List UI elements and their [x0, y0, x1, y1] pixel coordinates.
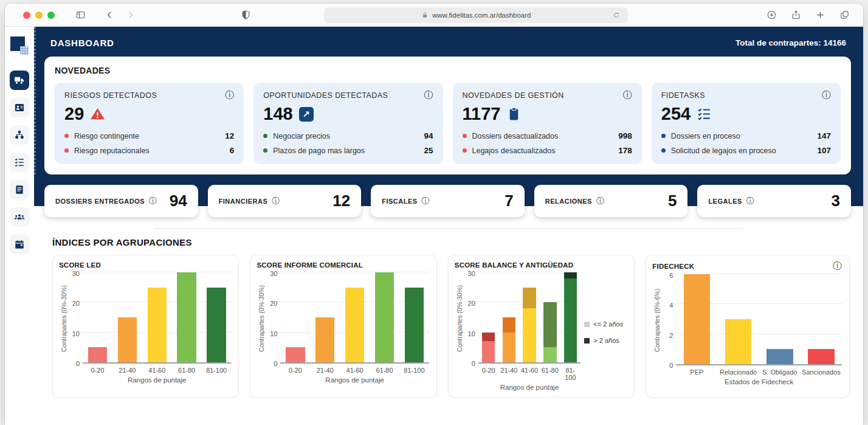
users-icon: [14, 212, 25, 223]
bar[interactable]: [405, 288, 424, 362]
info-icon[interactable]: ⓘ: [623, 91, 632, 100]
bar-slot[interactable]: [499, 274, 520, 362]
bar[interactable]: [148, 288, 167, 362]
legend-swatch-icon: [584, 322, 590, 327]
minimize-window-button[interactable]: [35, 12, 43, 19]
bar-slot[interactable]: [142, 274, 172, 362]
bar[interactable]: [503, 317, 516, 362]
y-tick-label: 30: [270, 270, 277, 277]
chart-card: SCORE LEDContrapartes (0%-30%)01020300-2…: [52, 255, 239, 398]
card-list-item: Riesgo reputacionales6: [64, 146, 234, 155]
bar-slot[interactable]: [202, 274, 232, 362]
bar[interactable]: [345, 288, 364, 362]
reload-icon[interactable]: [613, 10, 622, 20]
info-icon[interactable]: ⓘ: [422, 197, 430, 205]
bar[interactable]: [207, 288, 226, 362]
sidebar-item-documents[interactable]: [10, 180, 29, 199]
sidebar-toggle-icon[interactable]: [73, 8, 88, 22]
info-icon[interactable]: ⓘ: [272, 197, 280, 205]
bar[interactable]: [808, 349, 835, 364]
back-icon[interactable]: [102, 8, 117, 22]
bar[interactable]: [482, 333, 495, 362]
downloads-icon[interactable]: [765, 8, 779, 22]
tab-overview-icon[interactable]: [838, 8, 852, 22]
sidebar-item-contacts[interactable]: [10, 98, 29, 117]
bar[interactable]: [725, 319, 752, 364]
bar-slot[interactable]: [399, 274, 429, 362]
bar-slot[interactable]: [83, 274, 112, 362]
bar-slot[interactable]: [519, 274, 540, 362]
info-icon[interactable]: ⓘ: [424, 91, 433, 100]
bar-slot[interactable]: [478, 274, 499, 362]
y-tick-label: 2: [669, 332, 673, 339]
bar-slot[interactable]: [340, 274, 370, 362]
bar[interactable]: [564, 272, 577, 362]
sidebar-item-groups[interactable]: [10, 207, 29, 227]
bar-slot[interactable]: [801, 275, 842, 364]
bar[interactable]: [118, 317, 137, 362]
card-value: 254: [661, 104, 691, 124]
item-value: 147: [817, 131, 831, 140]
info-icon[interactable]: ⓘ: [746, 197, 754, 205]
sidebar-item-tasks[interactable]: [10, 153, 29, 172]
bar-slot[interactable]: [310, 274, 340, 362]
bar[interactable]: [523, 288, 536, 362]
x-axis-label: Rangos de puntaje: [478, 384, 580, 391]
bar-slot[interactable]: [759, 275, 801, 364]
bar-slot[interactable]: [540, 274, 560, 362]
bar-segment: [482, 341, 495, 362]
bar-slot[interactable]: [370, 274, 399, 362]
traffic-lights: [23, 12, 55, 19]
sidebar-item-calendar[interactable]: [10, 235, 29, 254]
sidebar-item-dashboard[interactable]: [10, 71, 29, 90]
bar-segment: [286, 347, 305, 362]
info-icon[interactable]: ⓘ: [822, 91, 831, 100]
forward-icon[interactable]: [123, 8, 137, 22]
warning-triangle-icon: [90, 106, 105, 122]
sidebar-item-hierarchy[interactable]: [10, 125, 29, 145]
info-icon[interactable]: ⓘ: [596, 197, 604, 205]
bar[interactable]: [177, 272, 196, 362]
card-list-item: Plazos de pago mas largos25: [263, 146, 433, 155]
card-list-item: Dossiers desactualizados998: [463, 131, 632, 140]
bar-slot[interactable]: [112, 274, 142, 362]
share-icon[interactable]: [789, 8, 804, 22]
legend-swatch-icon: [584, 338, 590, 344]
bar-slot[interactable]: [560, 274, 581, 362]
bar[interactable]: [766, 349, 793, 364]
new-tab-icon[interactable]: [813, 8, 828, 22]
bar[interactable]: [375, 272, 394, 362]
bar-slot[interactable]: [280, 274, 310, 362]
bar[interactable]: [543, 302, 557, 362]
bar-segment: [808, 349, 835, 364]
novedades-title: NOVEDADES: [55, 66, 841, 75]
card-value: 29: [64, 104, 84, 124]
bar[interactable]: [88, 347, 107, 362]
close-window-button[interactable]: [23, 12, 30, 19]
bar[interactable]: [286, 347, 305, 362]
info-icon[interactable]: ⓘ: [149, 197, 157, 205]
info-icon[interactable]: ⓘ: [225, 91, 234, 100]
item-value: 107: [817, 146, 831, 155]
x-tick-label: 81-100: [560, 367, 581, 381]
zoom-window-button[interactable]: [47, 12, 55, 19]
bar-slot[interactable]: [172, 274, 202, 362]
y-tick-label: 10: [270, 330, 277, 337]
info-icon[interactable]: ⓘ: [833, 261, 842, 271]
bar[interactable]: [684, 274, 711, 364]
bar[interactable]: [315, 317, 334, 362]
bars: [280, 274, 429, 362]
chart-body: Contrapartes (0%-30%)01020300-2021-4041-…: [257, 274, 429, 384]
privacy-shield-icon[interactable]: [238, 8, 253, 22]
x-tick-labels: PEPRelacionadoS. ObligadoSancionados: [676, 368, 842, 376]
url-field[interactable]: www.fidelitas.com.ar/dashboard: [324, 7, 628, 23]
x-axis-label: Rangos de puntaje: [83, 376, 231, 384]
card-value-row: 148↗: [263, 104, 433, 124]
bar-slot[interactable]: [717, 275, 759, 364]
x-tick-label: 61-80: [172, 367, 202, 374]
y-axis-label: Contrapartes (0%-30%): [455, 274, 464, 364]
stat-card: LEGALESⓘ3: [697, 185, 851, 217]
bar-slot[interactable]: [676, 275, 717, 364]
bar-segment: [543, 302, 557, 347]
url-text: www.fidelitas.com.ar/dashboard: [432, 12, 531, 19]
